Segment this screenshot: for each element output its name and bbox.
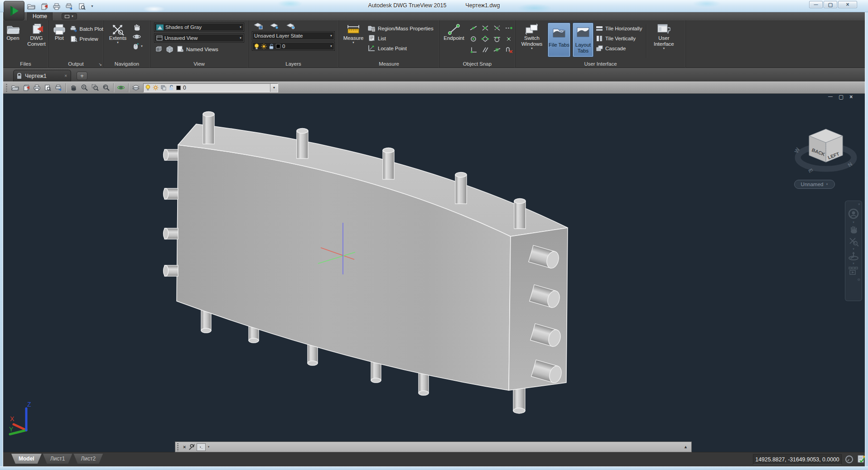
- command-customize-wrench-icon[interactable]: [188, 444, 195, 451]
- toolbar-pan-icon[interactable]: [68, 83, 79, 93]
- open-button[interactable]: Open: [4, 23, 23, 41]
- osnap-nearest-icon[interactable]: [491, 45, 503, 55]
- toolbar-open-icon[interactable]: [10, 83, 20, 93]
- view-cube-shaded-icon[interactable]: [166, 46, 174, 53]
- toolbar-preview-icon[interactable]: [42, 83, 53, 93]
- view-state-combo[interactable]: Unsaved View ▼: [154, 34, 244, 43]
- measure-button[interactable]: Measure ▼: [342, 23, 365, 44]
- toolbar-layer-states-icon[interactable]: [130, 83, 141, 93]
- command-close-icon[interactable]: ×: [181, 444, 188, 450]
- tab-sheet1[interactable]: Лист1: [43, 454, 72, 464]
- pan-icon[interactable]: [133, 24, 141, 31]
- cascade-button[interactable]: Cascade: [596, 43, 642, 53]
- minimize-button[interactable]: —: [809, 1, 823, 8]
- zoom-extents-button[interactable]: Extents ▼: [106, 23, 129, 44]
- new-tab-button[interactable]: +: [77, 72, 87, 80]
- osnap-center-icon[interactable]: [468, 34, 479, 44]
- restore-button[interactable]: ▢: [824, 1, 837, 8]
- toolbar-zoom-previous-icon[interactable]: [101, 83, 111, 93]
- navbar-wheel-dropdown[interactable]: ▼: [852, 221, 855, 224]
- toolbar-plot-icon[interactable]: [31, 83, 42, 93]
- orbit-icon[interactable]: [133, 33, 141, 40]
- toolbar-orbit-icon[interactable]: [116, 83, 126, 93]
- navbar-orbit-icon[interactable]: [848, 252, 859, 261]
- command-prompt-icon[interactable]: ›_: [197, 443, 206, 451]
- batch-plot-icon[interactable]: [65, 3, 73, 10]
- command-recent-dropdown[interactable]: ▼: [207, 446, 210, 448]
- ribbon-display-toggle[interactable]: ▼: [62, 13, 77, 19]
- osnap-parallel-icon[interactable]: [479, 45, 491, 55]
- tile-vertically-button[interactable]: Tile Vertically: [596, 34, 642, 43]
- navbar-zoom-dropdown[interactable]: ▼: [852, 248, 855, 250]
- navbar-orbit-dropdown[interactable]: ▼: [852, 262, 855, 265]
- layer-state-combo[interactable]: Unsaved Layer State ▼: [252, 31, 335, 40]
- region-mass-properties-button[interactable]: Region/Mass Properties: [368, 24, 434, 33]
- osnap-endpoint-button[interactable]: Endpoint: [441, 23, 467, 41]
- preview-icon[interactable]: [78, 3, 86, 10]
- locate-point-button[interactable]: Locate Point: [368, 43, 434, 53]
- visual-style-combo[interactable]: Shades of Gray ▼: [154, 23, 244, 32]
- command-line-bar[interactable]: × ›_ ▼ ▲: [175, 441, 692, 452]
- toolbar-grip[interactable]: [5, 83, 8, 92]
- toolbar-zoom-realtime-icon[interactable]: [79, 83, 90, 93]
- coordinates-readout[interactable]: 14925.8827, -31649.9053, 0.0000: [753, 454, 842, 465]
- view-cube-flat-icon[interactable]: [155, 46, 163, 53]
- command-bar-grip[interactable]: [177, 443, 179, 451]
- tab-model[interactable]: Model: [11, 454, 42, 464]
- osnap-tangent-icon[interactable]: [491, 34, 503, 44]
- toolbar-layer-dropdown[interactable]: ▼: [270, 84, 278, 92]
- navigation-bar[interactable]: × ▼ ▼ ▼ ⊖: [845, 201, 862, 301]
- doc-restore-icon[interactable]: ▢: [839, 94, 844, 100]
- toolbar-layer-combo[interactable]: 0 ▼: [143, 83, 278, 92]
- open-icon[interactable]: [27, 3, 35, 10]
- osnap-none-icon[interactable]: [503, 45, 515, 55]
- navigation-wheel-icon[interactable]: [848, 208, 859, 220]
- switch-windows-button[interactable]: Switch Windows ▼: [518, 23, 545, 50]
- navbar-customize-icon[interactable]: ⊖: [857, 278, 860, 282]
- navbar-close-icon[interactable]: ×: [858, 202, 860, 206]
- layer-freeze-icon[interactable]: [270, 23, 279, 29]
- tile-horizontally-button[interactable]: Tile Horizontally: [596, 24, 642, 33]
- plot-button[interactable]: Plot: [50, 23, 68, 41]
- named-views-button[interactable]: Named Views: [177, 44, 218, 54]
- list-button[interactable]: List: [368, 34, 434, 43]
- steering-wheels-icon[interactable]: [133, 43, 139, 50]
- tab-close-icon[interactable]: ×: [64, 73, 67, 78]
- zoom-extents-dropdown[interactable]: ▼: [116, 41, 119, 44]
- user-interface-button[interactable]: User Interface ▼: [651, 23, 677, 50]
- osnap-quadrant-icon[interactable]: [479, 34, 491, 44]
- osnap-midpoint-icon[interactable]: [468, 23, 479, 33]
- switch-windows-dropdown[interactable]: ▼: [530, 47, 533, 50]
- application-menu-button[interactable]: [4, 1, 24, 20]
- command-history-up-icon[interactable]: ▲: [684, 445, 691, 449]
- osnap-node-icon[interactable]: [503, 34, 515, 44]
- doc-minimize-icon[interactable]: —: [828, 94, 833, 100]
- user-interface-dropdown[interactable]: ▼: [662, 47, 665, 50]
- plot-icon[interactable]: [53, 3, 61, 10]
- layer-state-icon[interactable]: [254, 23, 263, 29]
- doc-close-icon[interactable]: ×: [849, 94, 853, 100]
- toolbar-dwg-convert-icon[interactable]: [20, 83, 31, 93]
- preview-button[interactable]: Preview: [70, 34, 103, 43]
- measure-dropdown[interactable]: ▼: [352, 41, 355, 44]
- toolbar-batch-plot-icon[interactable]: [53, 83, 64, 93]
- close-button[interactable]: ×: [838, 1, 857, 8]
- viewcube-view-selector[interactable]: Unnamed ▼: [794, 180, 835, 189]
- view-cube[interactable]: W E N BACK LEFT: [793, 129, 854, 174]
- layout-tabs-toggle[interactable]: Layout Tabs: [573, 23, 593, 57]
- toolbar-zoom-window-icon[interactable]: [90, 83, 101, 93]
- tab-home[interactable]: Home: [27, 12, 53, 20]
- file-tabs-toggle[interactable]: File Tabs: [548, 23, 570, 57]
- trusted-dwg-icon[interactable]: [857, 455, 866, 466]
- tab-sheet2[interactable]: Лист2: [73, 454, 103, 464]
- steering-wheels-dropdown[interactable]: ▼: [140, 45, 143, 48]
- dwg-convert-icon[interactable]: [40, 3, 48, 10]
- osnap-apparent-intersection-icon[interactable]: [491, 23, 503, 33]
- layer-isolate-icon[interactable]: [286, 23, 295, 29]
- model-3d-view[interactable]: W E N BACK LEFT X Y Z: [3, 94, 865, 452]
- batch-plot-button[interactable]: Batch Plot: [70, 24, 103, 34]
- qat-customize-dropdown[interactable]: ▼: [91, 5, 94, 8]
- drawing-file-tab[interactable]: Чертеж1 ×: [13, 70, 71, 82]
- isolate-objects-icon[interactable]: [845, 455, 854, 465]
- navbar-showmotion-icon[interactable]: [848, 266, 859, 275]
